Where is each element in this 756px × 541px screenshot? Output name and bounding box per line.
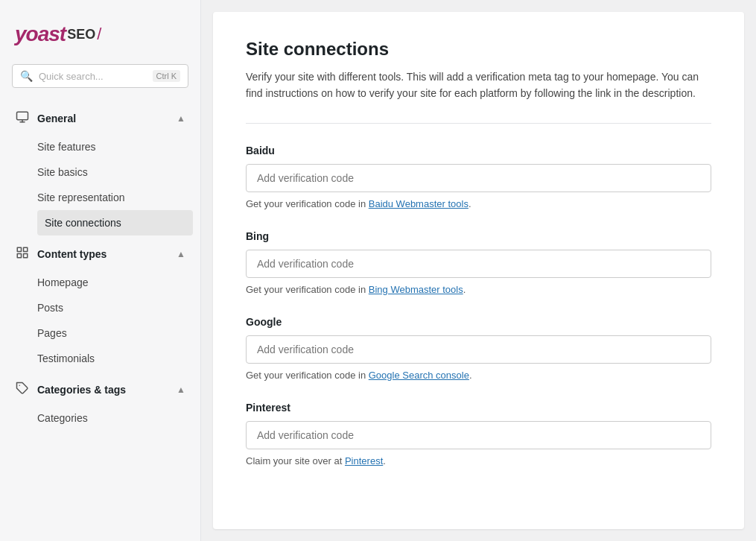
nav-section-general-header[interactable]: General ▲ — [0, 103, 200, 134]
baidu-field-section: Baidu Get your verification code in Baid… — [246, 145, 711, 209]
baidu-help: Get your verification code in Baidu Webm… — [246, 198, 711, 209]
nav-item-site-representation[interactable]: Site representation — [37, 185, 200, 210]
svg-rect-5 — [24, 254, 28, 258]
nav-section-general: General ▲ Site features Site basics Site… — [0, 103, 200, 235]
nav-section-content-types: Content types ▲ Homepage Posts Pages Tes… — [0, 238, 200, 371]
search-icon: 🔍 — [20, 70, 33, 82]
google-link[interactable]: Google Search console — [369, 370, 469, 381]
main-content: Site connections Verify your site with d… — [213, 12, 744, 529]
bing-link[interactable]: Bing Webmaster tools — [369, 284, 463, 295]
bing-field-section: Bing Get your verification code in Bing … — [246, 230, 711, 295]
general-section-label: General — [37, 113, 169, 124]
pinterest-link[interactable]: Pinterest — [345, 455, 383, 466]
baidu-link[interactable]: Baidu Webmaster tools — [369, 198, 468, 209]
content-types-nav-items: Homepage Posts Pages Testimonials — [0, 270, 200, 371]
pinterest-label: Pinterest — [246, 402, 711, 414]
nav-item-posts[interactable]: Posts — [37, 295, 200, 320]
bing-help: Get your verification code in Bing Webma… — [246, 284, 711, 295]
nav-section-content-types-header[interactable]: Content types ▲ — [0, 238, 200, 270]
bing-input[interactable] — [246, 250, 711, 278]
logo-slash-text: / — [97, 25, 101, 44]
search-shortcut-badge: Ctrl K — [153, 70, 181, 82]
google-input[interactable] — [246, 335, 711, 364]
categories-tags-icon — [15, 382, 30, 398]
bing-label: Bing — [246, 230, 711, 242]
page-description: Verify your site with different tools. T… — [246, 69, 711, 102]
svg-rect-4 — [24, 247, 28, 251]
logo-seo-text: SEO — [67, 27, 95, 42]
content-types-chevron-icon: ▲ — [177, 249, 185, 259]
search-placeholder-text: Quick search... — [39, 71, 147, 82]
categories-tags-chevron-icon: ▲ — [177, 385, 185, 395]
google-label: Google — [246, 316, 711, 328]
logo-yoast-text: yoast — [15, 22, 66, 46]
nav-section-categories-tags-header[interactable]: Categories & tags ▲ — [0, 374, 200, 405]
nav-item-site-features[interactable]: Site features — [37, 134, 200, 159]
nav-item-testimonials[interactable]: Testimonials — [37, 346, 200, 371]
svg-rect-0 — [17, 112, 28, 120]
nav-item-homepage[interactable]: Homepage — [37, 270, 200, 295]
search-box[interactable]: 🔍 Quick search... Ctrl K — [12, 64, 188, 88]
pinterest-field-section: Pinterest Claim your site over at Pinter… — [246, 402, 711, 466]
pinterest-help: Claim your site over at Pinterest. — [246, 455, 711, 466]
section-divider — [246, 123, 711, 124]
content-types-icon — [15, 246, 30, 262]
categories-tags-section-label: Categories & tags — [37, 384, 169, 396]
nav-section-categories-tags: Categories & tags ▲ Categories — [0, 374, 200, 431]
nav-item-site-basics[interactable]: Site basics — [37, 159, 200, 185]
nav-item-categories[interactable]: Categories — [37, 405, 200, 431]
svg-rect-3 — [17, 247, 21, 251]
sidebar: yoast SEO / 🔍 Quick search... Ctrl K Gen… — [0, 0, 201, 541]
pinterest-input[interactable] — [246, 421, 711, 449]
logo-area: yoast SEO / — [0, 15, 200, 64]
page-title: Site connections — [246, 39, 711, 60]
svg-rect-6 — [17, 254, 21, 258]
general-icon — [15, 110, 30, 127]
google-field-section: Google Get your verification code in Goo… — [246, 316, 711, 381]
baidu-input[interactable] — [246, 164, 711, 192]
google-help: Get your verification code in Google Sea… — [246, 370, 711, 381]
categories-tags-nav-items: Categories — [0, 405, 200, 431]
logo: yoast SEO / — [15, 22, 185, 46]
general-nav-items: Site features Site basics Site represent… — [0, 134, 200, 235]
nav-item-site-connections[interactable]: Site connections — [37, 210, 193, 235]
nav-item-pages[interactable]: Pages — [37, 320, 200, 346]
baidu-label: Baidu — [246, 145, 711, 156]
content-types-section-label: Content types — [37, 248, 169, 260]
general-chevron-icon: ▲ — [177, 113, 185, 124]
